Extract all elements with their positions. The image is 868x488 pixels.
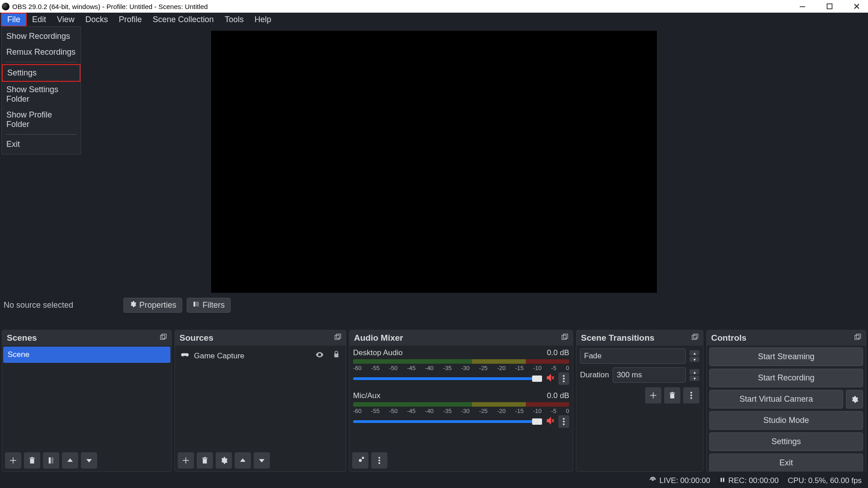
window-titlebar: OBS 29.0.2 (64-bit, windows) - Profile: … (0, 0, 868, 13)
start-streaming-button[interactable]: Start Streaming (709, 347, 863, 366)
maximize-button[interactable] (825, 3, 835, 9)
scene-down-button[interactable] (81, 452, 97, 469)
pause-icon (719, 476, 726, 485)
virtual-camera-settings-button[interactable] (846, 390, 863, 408)
gear-icon (129, 300, 137, 310)
transition-duration-input[interactable]: 300 ms (613, 367, 686, 383)
source-item[interactable]: Game Capture (176, 347, 345, 365)
channel-meter (353, 402, 569, 407)
popout-icon[interactable] (691, 333, 698, 343)
no-source-label: No source selected (4, 300, 119, 310)
audio-mixer-panel: Audio Mixer Desktop Audio 0.0 dB -60-55-… (349, 330, 573, 472)
channel-menu-button[interactable] (558, 372, 569, 385)
svg-rect-29 (721, 478, 722, 482)
mixer-channel-desktop: Desktop Audio 0.0 dB -60-55-50-45-40-35-… (353, 348, 569, 385)
transitions-panel: Scene Transitions Fade ▴▾ Duration 300 m… (576, 330, 703, 472)
svg-rect-6 (49, 457, 51, 464)
svg-rect-3 (196, 301, 199, 306)
menu-docks[interactable]: Docks (80, 14, 113, 26)
file-show-profile-folder[interactable]: Show Profile Folder (2, 107, 80, 132)
menu-view[interactable]: View (52, 14, 80, 26)
popout-icon[interactable] (561, 333, 568, 343)
file-settings[interactable]: Settings (2, 64, 80, 82)
menu-help[interactable]: Help (249, 14, 277, 26)
add-transition-button[interactable] (645, 387, 661, 404)
transition-type-stepper[interactable]: ▴▾ (689, 350, 699, 362)
transitions-title: Scene Transitions (581, 333, 655, 343)
properties-button[interactable]: Properties (123, 298, 182, 313)
menu-file[interactable]: File (1, 13, 27, 27)
scene-filters-button[interactable] (43, 452, 59, 469)
filters-label: Filters (203, 300, 225, 310)
mixer-menu-button[interactable] (371, 452, 387, 469)
svg-rect-7 (52, 457, 54, 464)
remove-source-button[interactable] (197, 452, 213, 469)
menu-profile[interactable]: Profile (113, 14, 147, 26)
scene-item[interactable]: Scene (3, 347, 170, 363)
filters-button[interactable]: Filters (187, 298, 231, 313)
mixer-advanced-button[interactable] (352, 452, 368, 469)
svg-point-24 (690, 392, 692, 394)
channel-menu-button[interactable] (558, 415, 569, 428)
svg-rect-5 (162, 334, 166, 338)
transition-menu-button[interactable] (683, 387, 699, 404)
svg-point-20 (378, 460, 380, 461)
file-show-settings-folder[interactable]: Show Settings Folder (2, 82, 80, 107)
svg-point-18 (362, 457, 364, 459)
exit-button[interactable]: Exit (709, 454, 863, 472)
file-show-recordings[interactable]: Show Recordings (2, 28, 80, 44)
popout-icon[interactable] (334, 333, 341, 343)
minimize-button[interactable] (797, 3, 807, 9)
mixer-channel-mic: Mic/Aux 0.0 dB -60-55-50-45-40-35-30-25-… (353, 391, 569, 428)
volume-slider[interactable] (353, 420, 542, 423)
source-name: Game Capture (194, 352, 245, 361)
svg-point-19 (378, 457, 380, 459)
source-properties-button[interactable] (216, 452, 232, 469)
svg-rect-0 (800, 6, 805, 7)
mute-icon[interactable] (546, 416, 555, 427)
preview-area: No source selected Properties Filters (0, 26, 868, 330)
menu-scene-collection[interactable]: Scene Collection (147, 14, 219, 26)
popout-icon[interactable] (160, 333, 167, 343)
live-label: LIVE: 00:00:00 (660, 476, 710, 485)
preview-canvas[interactable] (211, 31, 657, 293)
duration-stepper[interactable]: ▴▾ (689, 369, 699, 381)
sources-panel: Sources Game Capture (175, 330, 346, 472)
file-exit[interactable]: Exit (2, 136, 80, 152)
svg-point-14 (563, 380, 565, 382)
settings-button[interactable]: Settings (709, 432, 863, 451)
source-up-button[interactable] (235, 452, 251, 469)
cpu-status: CPU: 0.5%, 60.00 fps (788, 476, 862, 485)
add-source-button[interactable] (178, 452, 194, 469)
file-remux-recordings[interactable]: Remux Recordings (2, 44, 80, 60)
add-scene-button[interactable] (5, 452, 21, 469)
svg-point-17 (563, 423, 565, 425)
transition-type-select[interactable]: Fade (580, 348, 686, 364)
studio-mode-button[interactable]: Studio Mode (709, 411, 863, 430)
channel-db: 0.0 dB (547, 391, 569, 400)
eye-icon[interactable] (315, 350, 324, 361)
app-icon (2, 3, 9, 10)
lock-icon[interactable] (332, 350, 340, 361)
start-virtual-camera-button[interactable]: Start Virtual Camera (709, 390, 843, 408)
channel-db: 0.0 dB (547, 348, 569, 357)
remove-transition-button[interactable] (664, 387, 680, 404)
volume-slider[interactable] (353, 377, 542, 380)
svg-point-21 (378, 462, 380, 464)
svg-rect-4 (160, 335, 165, 339)
remove-scene-button[interactable] (24, 452, 40, 469)
menu-edit[interactable]: Edit (27, 14, 52, 26)
properties-label: Properties (139, 300, 176, 310)
popout-icon[interactable] (854, 333, 861, 343)
menu-tools[interactable]: Tools (219, 14, 249, 26)
cpu-label: CPU: 0.5%, 60.00 fps (788, 476, 862, 485)
source-down-button[interactable] (254, 452, 270, 469)
svg-point-12 (563, 375, 565, 377)
svg-point-25 (690, 394, 692, 396)
scene-up-button[interactable] (62, 452, 78, 469)
start-recording-button[interactable]: Start Recording (709, 369, 863, 387)
channel-name: Desktop Audio (353, 348, 547, 357)
close-button[interactable] (852, 3, 862, 9)
meter-ticks: -60-55-50-45-40-35-30-25-20-15-10-50 (353, 408, 569, 414)
mute-icon[interactable] (546, 373, 555, 385)
